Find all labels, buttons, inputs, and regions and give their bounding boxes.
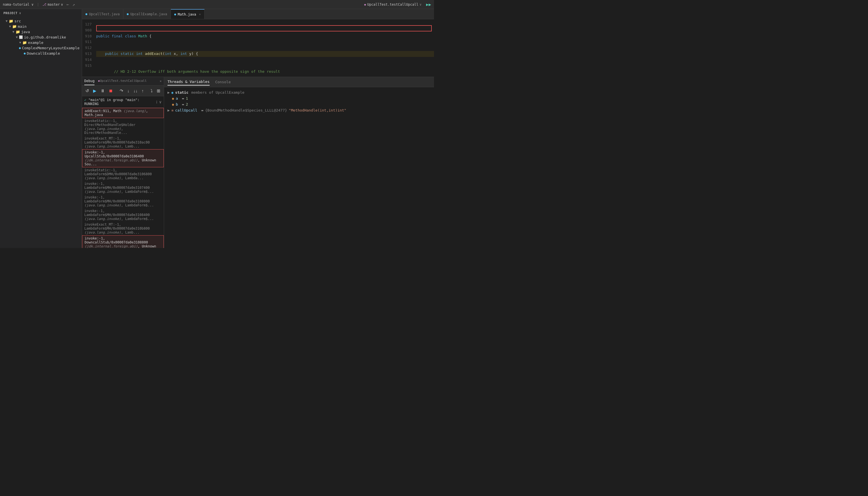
top-bar: nama-tutorial ∨ | ⎇ master ∨ ← ↗ ◆ Upcal… — [0, 0, 434, 9]
frame-item-invokestatic1[interactable]: invokeStatic:-1, DirectMethodHandle$Hold… — [82, 118, 164, 136]
variables-panel: ▶ ◉ static members of UpcallExample ◉ a … — [164, 87, 434, 248]
debug-section: Debug ◆ UpcallTest.testCallUpcall ✕ ↺ ▶ … — [82, 77, 434, 248]
tree-label-package: io.github.dreamlike — [24, 35, 66, 40]
code-editor[interactable]: 127 908 910 911 912 913 914 915 public f… — [82, 19, 434, 77]
close-icon[interactable]: ✕ — [160, 79, 162, 83]
expand-icon[interactable]: ▶ — [167, 90, 170, 95]
code-content: 127 908 910 911 912 913 914 915 public f… — [82, 19, 434, 77]
debug-tab-header: Debug ◆ UpcallTest.testCallUpcall ✕ — [82, 77, 164, 86]
tree-item-downcall[interactable]: ● DowncallExample — [0, 51, 82, 56]
frame-item-invokeexact2[interactable]: invokeExact_MT:-1, LambdaForm$MH/0x00007… — [82, 222, 164, 235]
tab-icon: ● — [127, 12, 129, 16]
var-icon-c-b: ◉ — [172, 103, 174, 106]
var-name-callUpcall: callUpcall — [175, 108, 197, 112]
app-window: nama-tutorial ∨ | ⎇ master ∨ ← ↗ ◆ Upcal… — [0, 0, 434, 248]
chevron-down-icon: ▼ — [9, 25, 11, 28]
tab-upcalltest[interactable]: ● UpcallTest.java — [82, 9, 123, 19]
frame-item-invokeexact1[interactable]: invokeExact_MT:-1, LambdaForm$MH/0x00007… — [82, 136, 164, 149]
sidebar-collapse[interactable]: ∨ — [19, 11, 21, 15]
tree-label-downcall: DowncallExample — [27, 51, 60, 56]
var-icon-c-a: ◉ — [172, 96, 174, 100]
sidebar-header: Project ∨ — [0, 9, 82, 17]
tree-label-java: java — [21, 30, 30, 34]
editor-section: ● UpcallTest.java ● UpcallExample.java ●… — [82, 9, 434, 77]
class-icon: ● — [19, 46, 21, 50]
folder-icon: 📁 — [16, 30, 20, 34]
right-tab-bar: Threads & Variables Console — [164, 77, 434, 87]
run-config-label: ◆ UpcallTest.testCallUpcall ∨ — [364, 2, 421, 6]
top-bar-right: ◆ UpcallTest.testCallUpcall ∨ ▶▶ — [364, 2, 431, 7]
chevron-down-icon: ▼ — [19, 41, 21, 44]
code-lines: public final class Math { public static … — [96, 21, 434, 77]
step-into-button[interactable]: ↓ — [126, 88, 131, 94]
var-val-callUpcall: {BoundMethodHandle$Species_LLLL@2477} — [205, 108, 287, 112]
tab-label: UpcallExample.java — [130, 12, 167, 16]
line-numbers: 127 908 910 911 912 913 914 915 — [82, 21, 96, 77]
run-to-cursor[interactable]: ⤵ — [149, 88, 154, 94]
frame-item-invoke1[interactable]: invoke:-1, UpcallStub/0x00007da0e3106400… — [82, 149, 164, 167]
editor-and-debug: ● UpcallTest.java ● UpcallExample.java ●… — [82, 9, 434, 248]
expand-icon[interactable]: ▶ — [167, 108, 170, 112]
sidebar-tree: ▼ 📁 src ▼ 📁 main ▼ 📁 java — [0, 17, 82, 248]
frame-item-downcall[interactable]: invoke:-1, DowncallStub/0x00007da0e31088… — [82, 235, 164, 248]
folder-icon: 📁 — [12, 24, 17, 29]
resume-button[interactable]: ▶ — [92, 88, 98, 94]
force-step-into[interactable]: ↓↓ — [132, 88, 139, 94]
stop-button[interactable]: ⏹ — [108, 88, 114, 94]
frame-label: invokeExact_MT:-1, LambdaForm$MH/0x00007… — [84, 222, 162, 234]
expand-icon[interactable]: ∨ — [159, 100, 162, 104]
frame-label: invoke:-1, LambdaForm$MH/0x00007da0e3108… — [84, 209, 162, 221]
tree-item-main[interactable]: ▼ 📁 main — [0, 24, 82, 29]
stack-frames[interactable]: addExact:911, Math (java.lang), Math.jav… — [82, 108, 164, 248]
close-icon[interactable]: ✕ — [199, 13, 201, 16]
step-out-button[interactable]: ↑ — [141, 88, 145, 94]
frame-item-invokestatic2[interactable]: invokeStatic:-1, LambdaForm$DMH/0x00007d… — [82, 167, 164, 181]
git-icon: ⎇ — [43, 2, 46, 6]
frame-label: invoke:-1, LambdaForm$MH/0x00007da0e3107… — [84, 182, 162, 193]
restart-button[interactable]: ↺ — [84, 88, 90, 94]
tree-item-example[interactable]: ▼ 📁 example — [0, 40, 82, 45]
step-over-button[interactable]: ↷ — [118, 88, 125, 94]
chevron-down-icon: ▼ — [6, 19, 7, 23]
debug-tab-debug[interactable]: Debug — [84, 77, 95, 85]
frame-item-invoke3[interactable]: invoke:-1, LambdaForm$MH/0x00007da0e3108… — [82, 195, 164, 208]
run-button[interactable]: ▶▶ — [426, 2, 431, 7]
tab-console[interactable]: Console — [215, 79, 231, 85]
filter-icon[interactable]: ⫶ — [156, 100, 158, 104]
frame-item-addexact[interactable]: addExact:911, Math (java.lang), Math.jav… — [82, 108, 164, 118]
frame-label: addExact:911, Math (java.lang), Math.jav… — [85, 109, 161, 117]
var-item-callUpcall[interactable]: ▶ ≡ callUpcall = {BoundMethodHandle$Spec… — [164, 107, 434, 113]
thread-status-text: ✓ "main"@1 in group "main": RUNNING — [84, 98, 154, 106]
tab-icon: ● — [85, 12, 87, 16]
evaluate-button[interactable]: ⊞ — [156, 88, 162, 94]
tree-item-java[interactable]: ▼ 📁 java — [0, 29, 82, 34]
var-name-a: a — [176, 96, 178, 100]
var-name-b: b — [176, 102, 178, 106]
frame-item-invoke4[interactable]: invoke:-1, LambdaForm$MH/0x00007da0e3108… — [82, 208, 164, 222]
tab-threads-variables[interactable]: Threads & Variables — [167, 78, 210, 86]
tree-item-package[interactable]: ▼ ⬜ io.github.dreamlike — [0, 34, 82, 40]
tree-item-src[interactable]: ▼ 📁 src — [0, 18, 82, 24]
debug-tab-upcall[interactable]: ◆ UpcallTest.testCallUpcall — [98, 77, 147, 85]
forward-arrow[interactable]: ↗ — [73, 2, 75, 7]
var-item-static[interactable]: ▶ ◉ static members of UpcallExample — [164, 90, 434, 95]
frame-item-invoke2[interactable]: invoke:-1, LambdaForm$MH/0x00007da0e3107… — [82, 181, 164, 195]
tab-label: Math.java — [178, 13, 196, 16]
tab-math[interactable]: ● Math.java ✕ — [171, 9, 205, 19]
branch-selector[interactable]: ⎇ master ∨ — [43, 2, 63, 6]
var-label-members: members of UpcallExample — [191, 90, 244, 95]
var-item-a[interactable]: ◉ a = 1 — [164, 95, 434, 102]
tree-label-complex: ComplexMemoryLayoutExample — [22, 46, 80, 50]
var-item-b[interactable]: ◉ b = 2 — [164, 102, 434, 107]
static-icon: ◉ — [172, 91, 174, 95]
code-line-910: // HD 2-12 Overflow iff both arguments h… — [96, 69, 434, 75]
project-selector[interactable]: nama-tutorial ∨ — [3, 2, 33, 6]
back-arrow[interactable]: ← — [66, 2, 69, 7]
var-icon-f: ≡ — [172, 108, 174, 112]
tree-item-complex[interactable]: ● ComplexMemoryLayoutExample — [0, 45, 82, 51]
tree-label-src: src — [14, 19, 21, 23]
tab-upcallexample[interactable]: ● UpcallExample.java — [123, 9, 171, 19]
debug-right: Threads & Variables Console ▶ ◉ static m… — [164, 77, 434, 248]
left-sidebar: Project ∨ ▼ 📁 src ▼ 📁 main ▼ — [0, 9, 82, 248]
pause-button[interactable]: ⏸ — [99, 88, 106, 94]
